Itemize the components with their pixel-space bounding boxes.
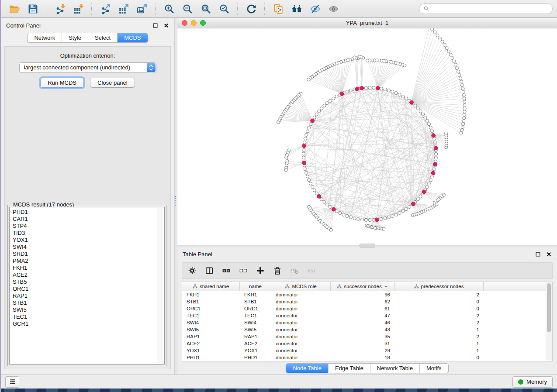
graph-node[interactable] xyxy=(431,28,434,31)
graph-node[interactable] xyxy=(463,97,466,100)
float-panel-icon[interactable] xyxy=(535,251,541,257)
mcds-result-item[interactable]: SRD1 xyxy=(13,251,164,258)
graph-hub-node[interactable] xyxy=(376,86,380,90)
graph-node[interactable] xyxy=(306,130,309,133)
mcds-result-item[interactable]: PMA2 xyxy=(13,258,164,265)
table-row[interactable]: SWI4SWI4dominator462 xyxy=(182,319,552,326)
zoom-fit-icon[interactable] xyxy=(199,2,212,15)
dropdown-stepper-icon[interactable] xyxy=(147,63,156,72)
graph-node[interactable] xyxy=(463,100,466,103)
graph-node[interactable] xyxy=(335,95,338,98)
close-window-icon[interactable] xyxy=(182,20,187,26)
column-header-mcds-role[interactable]: MCDS role xyxy=(271,282,331,291)
graph-node[interactable] xyxy=(387,89,390,92)
mcds-result-item[interactable]: FKH1 xyxy=(13,265,164,272)
import-network-icon[interactable] xyxy=(53,2,66,15)
graph-node[interactable] xyxy=(398,93,401,96)
select-all-icon[interactable] xyxy=(221,266,231,275)
graph-node[interactable] xyxy=(307,78,310,81)
graph-node[interactable] xyxy=(277,121,280,124)
graph-node[interactable] xyxy=(424,116,427,119)
tab-network-table[interactable]: Network Table xyxy=(370,364,420,373)
graph-node[interactable] xyxy=(454,63,457,66)
graph-node[interactable] xyxy=(414,104,417,107)
graph-node[interactable] xyxy=(342,213,345,216)
graph-node[interactable] xyxy=(429,126,432,129)
graph-node[interactable] xyxy=(368,86,371,89)
graph-node[interactable] xyxy=(460,128,464,131)
graph-hub-node[interactable] xyxy=(422,190,426,194)
graph-node[interactable] xyxy=(405,208,408,211)
graph-hub-node[interactable] xyxy=(317,195,321,199)
tab-style[interactable]: Style xyxy=(62,33,88,42)
graph-hub-node[interactable] xyxy=(302,144,306,148)
graph-node[interactable] xyxy=(398,211,401,214)
graph-node[interactable] xyxy=(462,94,465,97)
graph-node[interactable] xyxy=(313,189,316,192)
graph-node[interactable] xyxy=(460,84,464,87)
graph-node[interactable] xyxy=(459,77,462,80)
graph-node[interactable] xyxy=(303,141,306,144)
graph-node[interactable] xyxy=(309,123,312,126)
graph-node[interactable] xyxy=(394,213,398,216)
graph-node[interactable] xyxy=(329,99,332,102)
graph-node[interactable] xyxy=(325,203,329,206)
table-row[interactable]: PHD1PHD1dominator180 xyxy=(182,354,552,361)
graph-hub-node[interactable] xyxy=(375,218,379,222)
graph-node[interactable] xyxy=(427,182,430,185)
graph-hub-node[interactable] xyxy=(302,161,306,165)
graph-node[interactable] xyxy=(315,192,318,195)
tab-node-table[interactable]: Node Table xyxy=(286,364,329,373)
sort-caret-icon[interactable] xyxy=(384,285,388,288)
graph-node[interactable] xyxy=(380,87,383,90)
graph-node[interactable] xyxy=(302,148,305,151)
table-row[interactable]: FKH1FKH1dominator962 xyxy=(182,291,552,298)
run-mcds-button[interactable]: Run MCDS xyxy=(40,78,84,88)
add-icon[interactable] xyxy=(256,266,265,275)
network-view-titlebar[interactable]: YPA_prune.txt_1 xyxy=(177,18,557,28)
graph-node[interactable] xyxy=(304,168,307,171)
column-header-shared-name[interactable]: shared name xyxy=(182,282,240,291)
graph-node[interactable] xyxy=(463,103,466,107)
zoom-selected-icon[interactable] xyxy=(218,2,231,15)
criterion-dropdown[interactable]: largest connected component (undirected) xyxy=(19,62,156,73)
mcds-result-item[interactable]: STP4 xyxy=(13,223,164,230)
column-header-predecessor-nodes[interactable]: predecessor nodes xyxy=(394,282,484,291)
mcds-result-item[interactable]: GCR1 xyxy=(13,320,164,327)
graph-node[interactable] xyxy=(432,168,436,171)
graph-node[interactable] xyxy=(430,175,433,178)
graph-node[interactable] xyxy=(306,175,309,178)
graph-node[interactable] xyxy=(304,137,307,140)
graph-node[interactable] xyxy=(408,205,411,208)
maximize-window-icon[interactable] xyxy=(200,20,206,26)
table-row[interactable]: SWI5SWI5connector431 xyxy=(182,326,552,333)
graph-node[interactable] xyxy=(332,97,335,100)
table-row[interactable]: STB1STB1dominator620 xyxy=(182,298,552,305)
delete-icon[interactable] xyxy=(273,266,282,275)
zoom-out-icon[interactable] xyxy=(181,2,194,15)
mcds-result-item[interactable]: YOX1 xyxy=(13,237,164,244)
table-row[interactable]: YOX1YOX1connector291 xyxy=(182,347,552,354)
graph-node[interactable] xyxy=(463,107,466,110)
mcds-result-item[interactable]: TID3 xyxy=(13,230,164,237)
refresh-icon[interactable] xyxy=(245,2,258,15)
graph-node[interactable] xyxy=(311,186,314,189)
graph-node[interactable] xyxy=(305,171,308,174)
graph-node[interactable] xyxy=(394,92,398,95)
vertical-splitter[interactable] xyxy=(174,18,177,375)
close-panel-icon[interactable] xyxy=(163,23,169,28)
network-canvas[interactable] xyxy=(177,28,557,245)
search-box[interactable] xyxy=(419,3,553,14)
export-image-icon[interactable] xyxy=(135,2,149,15)
graph-node[interactable] xyxy=(358,55,361,58)
mcds-result-item[interactable]: PHD1 xyxy=(13,209,164,216)
mcds-result-item[interactable]: STB1 xyxy=(13,299,164,306)
graph-node[interactable] xyxy=(439,37,442,40)
graph-node[interactable] xyxy=(384,217,387,220)
table-row[interactable]: RAP1RAP1dominator352 xyxy=(182,333,552,340)
graph-node[interactable] xyxy=(463,110,466,113)
graph-node[interactable] xyxy=(325,102,329,105)
table-row[interactable]: ACE2ACE2connector311 xyxy=(182,340,552,347)
memory-button[interactable]: Memory xyxy=(512,376,553,388)
graph-node[interactable] xyxy=(455,67,458,70)
